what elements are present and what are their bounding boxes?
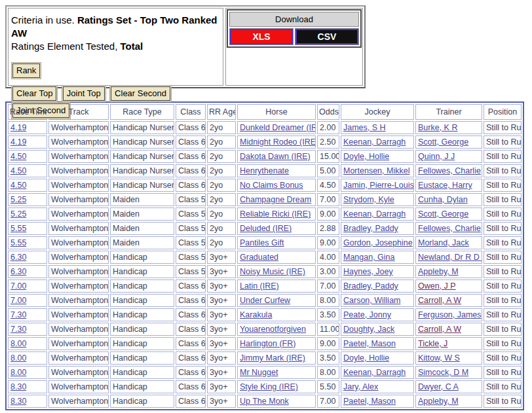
race-time-link[interactable]: 7.00 [10, 296, 26, 305]
race-time-link[interactable]: 4.50 [10, 166, 26, 175]
trainer-link[interactable]: Dwyer, C A [418, 382, 459, 391]
race-time-link[interactable]: 4.50 [10, 181, 26, 190]
horse-link[interactable]: Graduated [240, 253, 278, 262]
race-time-link[interactable]: 7.00 [10, 281, 26, 291]
trainer-link[interactable]: Carroll, A W [418, 296, 461, 305]
clear-top-button[interactable]: Clear Top [12, 86, 56, 101]
horse-link[interactable]: Style King (IRE) [240, 382, 298, 391]
trainer-link[interactable]: Appleby, M [418, 267, 459, 276]
horse-link[interactable]: Pantiles Gift [240, 238, 284, 247]
cell-odds: 3.00 [317, 265, 339, 278]
horse-link[interactable]: Under Curfew [240, 296, 290, 305]
jockey-link[interactable]: Keenan, Darragh [343, 209, 406, 219]
jockey-link[interactable]: Jamin, Pierre-Louis [343, 181, 414, 190]
csv-button[interactable]: CSV [295, 29, 358, 45]
horse-link[interactable]: Champagne Dream [240, 195, 311, 204]
race-time-link[interactable]: 5.25 [10, 195, 26, 204]
jockey-link[interactable]: Bradley, Paddy [343, 281, 398, 291]
cell-race-time: 7.00 [8, 294, 47, 307]
trainer-link[interactable]: Appleby, M [418, 397, 459, 406]
trainer-link[interactable]: Carroll, A W [418, 325, 461, 334]
horse-link[interactable]: Reliable Ricki (IRE) [240, 209, 311, 219]
jockey-link[interactable]: Doughty, Jack [343, 325, 394, 334]
jockey-link[interactable]: Jary, Alex [343, 382, 378, 391]
cell-rr-age: 2yo [207, 222, 236, 235]
xls-button[interactable]: XLS [230, 29, 293, 45]
trainer-link[interactable]: Fellowes, Charlie [418, 166, 481, 175]
horse-link[interactable]: Mr Nugget [240, 368, 278, 377]
race-time-link[interactable]: 6.30 [10, 253, 26, 262]
cell-trainer: Dwyer, C A [415, 380, 482, 393]
trainer-link[interactable]: Owen, J P [418, 281, 456, 291]
race-time-link[interactable]: 8.30 [10, 397, 26, 406]
trainer-link[interactable]: Scott, George [418, 137, 468, 147]
rank-button[interactable]: Rank [12, 63, 40, 78]
race-time-link[interactable]: 5.25 [10, 209, 26, 219]
trainer-link[interactable]: Fellowes, Charlie [418, 224, 481, 233]
trainer-link[interactable]: Kittow, W S [418, 353, 460, 363]
horse-link[interactable]: Youarenotforgiven [240, 325, 306, 334]
horse-link[interactable]: Up The Monk [240, 397, 289, 406]
jockey-link[interactable]: Gordon, Josephine [343, 238, 413, 247]
race-time-link[interactable]: 8.00 [10, 339, 26, 348]
horse-link[interactable]: Jimmy Mark (IRE) [240, 353, 305, 363]
trainer-link[interactable]: Ferguson, James [418, 310, 482, 319]
race-time-link[interactable]: 7.30 [10, 310, 26, 319]
cell-jockey: Carson, William [341, 294, 414, 307]
cell-track: Wolverhampton [48, 308, 109, 321]
cell-class: Class 5 [176, 236, 206, 249]
clear-second-button[interactable]: Clear Second [111, 86, 170, 101]
trainer-link[interactable]: Quinn, J J [418, 152, 455, 161]
race-time-link[interactable]: 7.30 [10, 325, 26, 334]
race-time-link[interactable]: 5.55 [10, 224, 26, 233]
jockey-link[interactable]: Mortensen, Mikkel [343, 166, 409, 175]
horse-link[interactable]: Deluded (IRE) [240, 224, 292, 233]
horse-link[interactable]: Dakota Dawn (IRE) [240, 152, 311, 161]
race-time-link[interactable]: 8.00 [10, 368, 26, 377]
trainer-link[interactable]: Eustace, Harry [418, 181, 472, 190]
joint-top-button[interactable]: Joint Top [63, 86, 105, 101]
race-time-link[interactable]: 6.30 [10, 267, 26, 276]
cell-track: Wolverhampton [48, 351, 109, 365]
jockey-link[interactable]: Keenan, Darragh [343, 368, 406, 377]
jockey-link[interactable]: Keenan, Darragh [343, 137, 406, 147]
horse-link[interactable]: Noisy Music (IRE) [240, 267, 305, 276]
cell-trainer: Owen, J P [415, 279, 482, 293]
trainer-link[interactable]: Simcock, D M [418, 368, 468, 377]
jockey-link[interactable]: Mangan, Gina [343, 253, 395, 262]
jockey-link[interactable]: Paetel, Mason [343, 397, 396, 406]
jockey-link[interactable]: Doyle, Hollie [343, 353, 389, 363]
race-time-link[interactable]: 8.30 [10, 382, 26, 391]
jockey-link[interactable]: Haynes, Joey [343, 267, 393, 276]
race-time-link[interactable]: 4.19 [10, 137, 26, 147]
trainer-link[interactable]: Burke, K R [418, 123, 457, 132]
horse-link[interactable]: Henrythenate [240, 166, 289, 175]
races-table-body: 4.19WolverhamptonHandicap NurseryClass 6… [8, 121, 522, 408]
race-time-link[interactable]: 4.50 [10, 152, 26, 161]
horse-link[interactable]: Harlington (FR) [240, 339, 295, 348]
horse-link[interactable]: No Claims Bonus [240, 181, 303, 190]
jockey-link[interactable]: Peate, Jonny [343, 310, 391, 319]
horse-link[interactable]: Midnight Rodeo (IRE) [240, 137, 316, 147]
jockey-link[interactable]: James, S H [343, 123, 386, 132]
trainer-link[interactable]: Scott, George [418, 209, 468, 219]
trainer-link[interactable]: Newland, Dr R D P [418, 253, 482, 262]
horse-link[interactable]: Latin (IRE) [240, 281, 279, 291]
cell-horse: Up The Monk [237, 395, 316, 408]
jockey-link[interactable]: Strydom, Kyle [343, 195, 394, 204]
trainer-link[interactable]: Tickle, J [418, 339, 447, 348]
jockey-link[interactable]: Bradley, Paddy [343, 224, 398, 233]
jockey-link[interactable]: Doyle, Hollie [343, 152, 389, 161]
jockey-link[interactable]: Carson, William [343, 296, 401, 305]
horse-link[interactable]: Dunkeld Dreamer (IRE) [240, 123, 316, 132]
table-row: 4.50WolverhamptonHandicap NurseryClass 6… [8, 179, 522, 192]
jockey-link[interactable]: Paetel, Mason [343, 339, 396, 348]
cell-position: Still to Run [484, 150, 522, 163]
trainer-link[interactable]: Morland, Jack [418, 238, 469, 247]
race-time-link[interactable]: 4.19 [10, 123, 26, 132]
cell-position: Still to Run [484, 135, 522, 149]
race-time-link[interactable]: 5.55 [10, 238, 26, 247]
trainer-link[interactable]: Cunha, Dylan [418, 195, 468, 204]
horse-link[interactable]: Karakula [240, 310, 272, 319]
race-time-link[interactable]: 8.00 [10, 353, 26, 363]
